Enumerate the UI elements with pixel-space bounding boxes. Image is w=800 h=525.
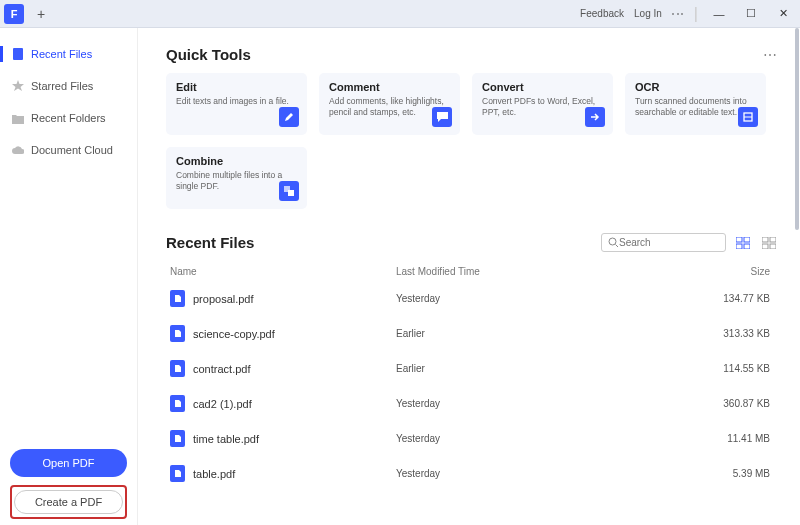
quick-tools-more-icon[interactable]: ⋯	[763, 47, 778, 63]
quick-tool-edit[interactable]: Edit Edit texts and images in a file.	[166, 73, 307, 135]
pdf-file-icon	[170, 360, 185, 377]
create-pdf-highlight: Create a PDF	[10, 485, 127, 519]
file-time: Yesterday	[396, 398, 703, 409]
pdf-file-icon	[170, 395, 185, 412]
column-size[interactable]: Size	[703, 266, 778, 277]
titlebar: F + Feedback Log In ⋮ | — ☐ ✕	[0, 0, 800, 28]
table-header: Name Last Modified Time Size	[166, 262, 778, 281]
window-maximize-button[interactable]: ☐	[740, 3, 762, 25]
sidebar: Recent Files Starred Files Recent Folder…	[0, 28, 138, 525]
table-row[interactable]: table.pdfYesterday5.39 MB	[166, 456, 778, 491]
cloud-icon	[12, 144, 24, 156]
card-title: Combine	[176, 155, 297, 167]
window-close-button[interactable]: ✕	[772, 3, 794, 25]
card-title: Convert	[482, 81, 603, 93]
quick-tool-comment[interactable]: Comment Add comments, like highlights, p…	[319, 73, 460, 135]
feedback-link[interactable]: Feedback	[580, 8, 624, 19]
card-desc: Edit texts and images in a file.	[176, 96, 297, 107]
file-name: table.pdf	[193, 468, 235, 480]
svg-line-7	[616, 245, 619, 248]
svg-rect-11	[744, 244, 750, 249]
ocr-icon	[738, 107, 758, 127]
quick-tool-combine[interactable]: Combine Combine multiple files into a si…	[166, 147, 307, 209]
svg-rect-15	[770, 244, 776, 249]
svg-rect-5	[288, 190, 294, 196]
star-icon	[12, 80, 24, 92]
sidebar-item-document-cloud[interactable]: Document Cloud	[0, 134, 137, 166]
edit-icon	[279, 107, 299, 127]
combine-icon	[279, 181, 299, 201]
svg-point-6	[609, 238, 616, 245]
svg-rect-12	[762, 237, 768, 242]
recent-icon	[12, 48, 24, 60]
svg-rect-10	[736, 244, 742, 249]
card-title: Edit	[176, 81, 297, 93]
svg-rect-14	[762, 244, 768, 249]
create-pdf-button[interactable]: Create a PDF	[14, 490, 123, 514]
table-row[interactable]: contract.pdfEarlier114.55 KB	[166, 351, 778, 386]
card-title: Comment	[329, 81, 450, 93]
file-time: Yesterday	[396, 293, 703, 304]
app-logo: F	[4, 4, 24, 24]
file-time: Yesterday	[396, 468, 703, 479]
sidebar-item-label: Document Cloud	[31, 144, 113, 156]
comment-icon	[432, 107, 452, 127]
file-time: Yesterday	[396, 433, 703, 444]
file-name: contract.pdf	[193, 363, 250, 375]
file-name: time table.pdf	[193, 433, 259, 445]
view-list-icon[interactable]	[734, 234, 752, 252]
sidebar-item-label: Recent Files	[31, 48, 92, 60]
table-row[interactable]: cad2 (1).pdfYesterday360.87 KB	[166, 386, 778, 421]
convert-icon	[585, 107, 605, 127]
file-size: 313.33 KB	[703, 328, 778, 339]
quick-tools-title: Quick Tools	[166, 46, 251, 63]
search-box[interactable]	[601, 233, 726, 252]
file-size: 5.39 MB	[703, 468, 778, 479]
login-link[interactable]: Log In	[634, 8, 662, 19]
sidebar-item-label: Starred Files	[31, 80, 93, 92]
file-size: 11.41 MB	[703, 433, 778, 444]
file-name: proposal.pdf	[193, 293, 254, 305]
scrollbar[interactable]	[795, 28, 799, 230]
table-row[interactable]: proposal.pdfYesterday134.77 KB	[166, 281, 778, 316]
svg-rect-0	[13, 48, 23, 60]
svg-rect-8	[736, 237, 742, 242]
sidebar-item-recent-files[interactable]: Recent Files	[0, 38, 137, 70]
folder-icon	[12, 112, 24, 124]
column-time[interactable]: Last Modified Time	[396, 266, 703, 277]
new-tab-button[interactable]: +	[32, 5, 50, 23]
svg-marker-1	[12, 80, 24, 91]
quick-tool-convert[interactable]: Convert Convert PDFs to Word, Excel, PPT…	[472, 73, 613, 135]
card-title: OCR	[635, 81, 756, 93]
search-input[interactable]	[619, 237, 719, 248]
menu-dots-icon[interactable]: ⋮	[671, 8, 685, 20]
sidebar-item-starred-files[interactable]: Starred Files	[0, 70, 137, 102]
view-grid-icon[interactable]	[760, 234, 778, 252]
sidebar-item-label: Recent Folders	[31, 112, 106, 124]
file-name: science-copy.pdf	[193, 328, 275, 340]
file-size: 360.87 KB	[703, 398, 778, 409]
pdf-file-icon	[170, 430, 185, 447]
file-time: Earlier	[396, 328, 703, 339]
sidebar-item-recent-folders[interactable]: Recent Folders	[0, 102, 137, 134]
search-icon	[608, 237, 619, 248]
pdf-file-icon	[170, 290, 185, 307]
window-minimize-button[interactable]: —	[708, 3, 730, 25]
file-name: cad2 (1).pdf	[193, 398, 252, 410]
quick-tool-ocr[interactable]: OCR Turn scanned documents into searchab…	[625, 73, 766, 135]
content-area: Quick Tools ⋯ Edit Edit texts and images…	[138, 28, 800, 525]
file-time: Earlier	[396, 363, 703, 374]
table-row[interactable]: time table.pdfYesterday11.41 MB	[166, 421, 778, 456]
pdf-file-icon	[170, 465, 185, 482]
svg-rect-13	[770, 237, 776, 242]
svg-rect-9	[744, 237, 750, 242]
pdf-file-icon	[170, 325, 185, 342]
recent-files-title: Recent Files	[166, 234, 254, 251]
table-row[interactable]: science-copy.pdfEarlier313.33 KB	[166, 316, 778, 351]
file-size: 134.77 KB	[703, 293, 778, 304]
open-pdf-button[interactable]: Open PDF	[10, 449, 127, 477]
column-name[interactable]: Name	[166, 266, 396, 277]
file-size: 114.55 KB	[703, 363, 778, 374]
